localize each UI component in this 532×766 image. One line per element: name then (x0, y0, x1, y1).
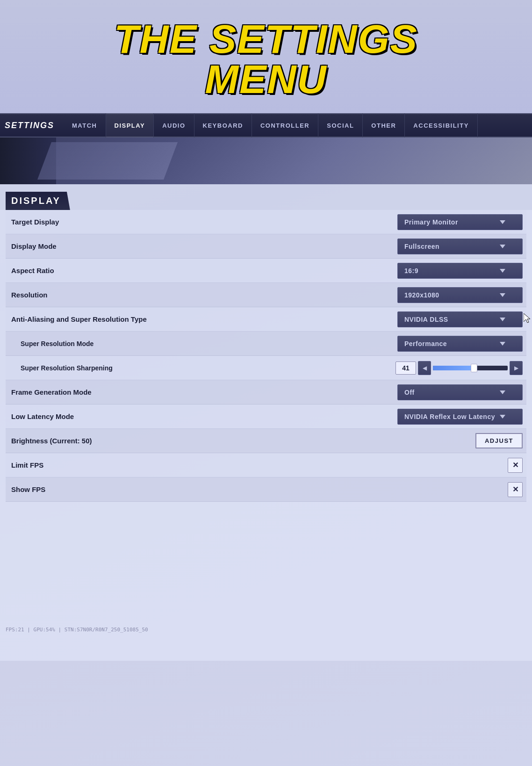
nav-item-keyboard[interactable]: KEYBOARD (194, 113, 252, 137)
dropdown-arrow-low-latency (500, 415, 505, 419)
dropdown-arrow-resolution (500, 293, 505, 297)
adjust-brightness-button[interactable]: ADJUST (475, 433, 523, 448)
dropdown-value-anti-aliasing: NVIDIA DLSS (404, 316, 448, 323)
nav-item-controller[interactable]: CONTROLLER (252, 113, 318, 137)
settings-container: Target Display Primary Monitor Display M… (0, 210, 532, 502)
setting-row-resolution: Resolution 1920x1080 (6, 283, 526, 307)
dropdown-arrow-frame-generation (500, 390, 505, 394)
label-low-latency: Low Latency Mode (9, 412, 74, 420)
setting-row-aspect-ratio: Aspect Ratio 16:9 (6, 259, 526, 283)
label-frame-generation: Frame Generation Mode (9, 388, 92, 396)
section-header: DISPLAY (6, 192, 70, 210)
slider-track-sharpening[interactable] (433, 366, 508, 370)
hero-header: THE SETTINGS MENU (0, 0, 532, 113)
dropdown-low-latency[interactable]: NVIDIA Reflex Low Latency (397, 409, 523, 425)
slider-btn-right[interactable]: ▶ (510, 361, 523, 375)
nav-item-audio[interactable]: AUDIO (154, 113, 194, 137)
label-sharpening: Super Resolution Sharpening (9, 364, 113, 372)
setting-row-show-fps: Show FPS ✕ (6, 477, 526, 502)
hero-title: THE SETTINGS MENU (9, 19, 523, 99)
setting-row-super-resolution-mode: Super Resolution Mode Performance (6, 332, 526, 356)
label-brightness: Brightness (Current: 50) (9, 437, 92, 445)
dropdown-value-aspect-ratio: 16:9 (404, 267, 418, 275)
label-target-display: Target Display (9, 218, 59, 226)
setting-row-brightness: Brightness (Current: 50) ADJUST (6, 429, 526, 453)
label-resolution: Resolution (9, 291, 48, 299)
setting-row-target-display: Target Display Primary Monitor (6, 210, 526, 234)
banner-area (0, 137, 532, 184)
nav-item-social[interactable]: SOCIAL (318, 113, 363, 137)
dropdown-anti-aliasing[interactable]: NVIDIA DLSS (397, 311, 523, 327)
nav-bar: SETTINGS MATCH DISPLAY AUDIO KEYBOARD CO… (0, 113, 532, 137)
label-aspect-ratio: Aspect Ratio (9, 267, 54, 275)
cursor-indicator (524, 313, 531, 325)
section-header-wrap: DISPLAY (0, 184, 532, 210)
dropdown-value-display-mode: Fullscreen (404, 243, 439, 250)
setting-row-frame-generation: Frame Generation Mode Off (6, 380, 526, 405)
setting-row-low-latency: Low Latency Mode NVIDIA Reflex Low Laten… (6, 405, 526, 429)
dropdown-arrow-anti-aliasing (500, 318, 505, 321)
nav-settings-label: SETTINGS (5, 121, 54, 130)
svg-marker-0 (524, 313, 530, 323)
checkbox-limit-fps[interactable]: ✕ (508, 458, 523, 473)
label-show-fps: Show FPS (9, 485, 45, 493)
slider-thumb-sharpening[interactable] (471, 364, 477, 372)
dropdown-aspect-ratio[interactable]: 16:9 (397, 263, 523, 279)
nav-item-other[interactable]: OTHER (363, 113, 405, 137)
dropdown-display-mode[interactable]: Fullscreen (397, 238, 523, 254)
dropdown-arrow-aspect-ratio (500, 269, 505, 273)
nav-item-match[interactable]: MATCH (64, 113, 106, 137)
dropdown-value-low-latency: NVIDIA Reflex Low Latency (404, 413, 495, 420)
setting-row-limit-fps: Limit FPS ✕ (6, 453, 526, 477)
checkbox-limit-fps-value: ✕ (512, 461, 518, 470)
dropdown-arrow-display-mode (500, 245, 505, 248)
banner-decoration (37, 142, 178, 180)
dropdown-value-super-resolution-mode: Performance (404, 340, 447, 347)
content-area: DISPLAY Target Display Primary Monitor D… (0, 184, 532, 661)
slider-value-sharpening: 41 (395, 361, 416, 375)
dropdown-frame-generation[interactable]: Off (397, 384, 523, 400)
nav-item-accessibility[interactable]: ACCESSIBILITY (405, 113, 477, 137)
dropdown-value-target-display: Primary Monitor (404, 218, 458, 226)
slider-fill-sharpening (433, 366, 474, 370)
label-anti-aliasing: Anti-Aliasing and Super Resolution Type (9, 315, 147, 323)
setting-row-display-mode: Display Mode Fullscreen (6, 234, 526, 259)
dropdown-arrow-super-resolution-mode (500, 342, 505, 346)
label-display-mode: Display Mode (9, 242, 57, 250)
checkbox-show-fps[interactable]: ✕ (508, 482, 523, 497)
slider-btn-left[interactable]: ◀ (418, 361, 431, 375)
nav-items: MATCH DISPLAY AUDIO KEYBOARD CONTROLLER … (64, 113, 527, 137)
checkbox-show-fps-value: ✕ (512, 485, 518, 494)
dropdown-value-resolution: 1920x1080 (404, 291, 439, 299)
dropdown-resolution[interactable]: 1920x1080 (397, 287, 523, 303)
dropdown-super-resolution-mode[interactable]: Performance (397, 336, 523, 352)
setting-row-anti-aliasing: Anti-Aliasing and Super Resolution Type … (6, 307, 526, 332)
dropdown-value-frame-generation: Off (404, 389, 415, 396)
slider-control-sharpening: 41 ◀ ▶ (395, 361, 523, 375)
dropdown-arrow-target-display (500, 220, 505, 224)
label-super-resolution-mode: Super Resolution Mode (9, 340, 93, 347)
bottom-info: FPS:21 | GPU:54% | STN:S7N0R/R0N7_250_51… (6, 627, 148, 633)
nav-item-display[interactable]: DISPLAY (106, 113, 154, 137)
dropdown-target-display[interactable]: Primary Monitor (397, 214, 523, 230)
label-limit-fps: Limit FPS (9, 461, 43, 469)
setting-row-sharpening: Super Resolution Sharpening 41 ◀ ▶ (6, 356, 526, 380)
section-title: DISPLAY (11, 195, 61, 206)
